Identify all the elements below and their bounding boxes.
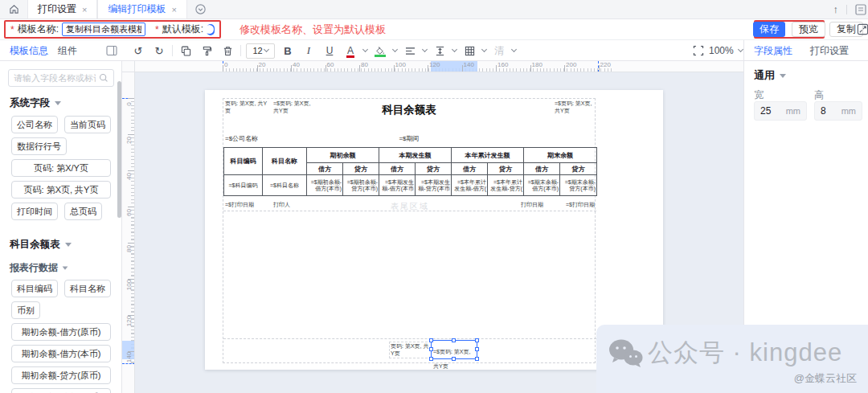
table-subheader-cell[interactable]: 贷方 xyxy=(560,163,597,175)
resize-handle[interactable] xyxy=(475,338,479,342)
report-title[interactable]: 科目余额表 xyxy=(223,103,595,117)
chevron-down-icon[interactable] xyxy=(392,47,398,52)
table-group-header-cell[interactable]: 期末余额 xyxy=(524,148,597,163)
vertical-align-button[interactable] xyxy=(432,43,448,59)
delete-icon[interactable] xyxy=(219,43,235,59)
template-name-input[interactable] xyxy=(62,23,145,36)
tab-edit-print-template[interactable]: 编辑打印模板 × xyxy=(97,0,186,18)
resize-handle[interactable] xyxy=(429,347,433,351)
zoom-level[interactable]: 100% xyxy=(709,45,734,56)
more-panels-icon[interactable] xyxy=(855,4,866,15)
section-account-balance[interactable]: 科目余额表 xyxy=(10,238,72,252)
table-subheader-cell[interactable]: 借方 xyxy=(307,163,343,175)
chevron-down-icon[interactable] xyxy=(422,47,428,52)
font-size-select[interactable]: 12 xyxy=(246,43,275,59)
collapse-left-panel-icon[interactable] xyxy=(106,45,117,56)
header-page-number-field-right[interactable]: =$页码: 第X页, 共Y页 xyxy=(555,100,595,114)
table-data-cell[interactable]: =$科目名称 xyxy=(263,175,307,196)
field-button[interactable]: 期初余额-借方(原币) xyxy=(11,323,111,341)
height-input[interactable]: 8 mm xyxy=(814,101,862,121)
field-button[interactable]: 页码: 第X/Y页 xyxy=(11,159,111,177)
preview-button[interactable]: 预览 xyxy=(792,22,825,37)
chevron-down-icon[interactable] xyxy=(738,47,743,52)
table-subheader-cell[interactable]: 贷方 xyxy=(343,163,379,175)
field-button[interactable]: 科目编码 xyxy=(11,280,58,297)
table-header-cell[interactable]: 科目名称 xyxy=(263,148,307,175)
field-button[interactable]: 公司名称 xyxy=(11,116,58,133)
chevron-down-icon[interactable] xyxy=(481,47,487,52)
field-button[interactable]: 期初余额-借方(本币) xyxy=(11,345,111,362)
align-button[interactable] xyxy=(402,43,418,59)
subsection-report-row-data[interactable]: 报表行数据 xyxy=(10,261,68,275)
template-page[interactable]: 页码: 第X页, 共Y页 =$页码: 第X页, 共Y页 科目余额表 =$页码: … xyxy=(205,90,663,370)
home-icon[interactable] xyxy=(0,0,27,18)
width-input[interactable]: 25 mm xyxy=(754,101,807,121)
table-subheader-cell[interactable]: 借方 xyxy=(452,163,488,175)
table-data-cell[interactable]: =$期初余额-贷方(本币) xyxy=(343,175,379,196)
tab-components[interactable]: 组件 xyxy=(58,44,77,58)
table-group-header-cell[interactable]: 本年累计发生额 xyxy=(452,148,524,163)
close-icon[interactable]: × xyxy=(171,5,176,14)
field-button[interactable]: 打印时间 xyxy=(11,203,58,220)
tab-print-settings[interactable]: 打印设置 × xyxy=(27,0,97,18)
selected-page-number-field[interactable]: =$页码: 第X页, 共Y页 xyxy=(431,340,477,359)
underline-button[interactable]: U xyxy=(321,43,338,59)
tab-template-info[interactable]: 模板信息 xyxy=(10,44,48,58)
resize-handle[interactable] xyxy=(475,347,479,351)
fullscreen-icon[interactable] xyxy=(857,23,868,35)
fill-color-button[interactable] xyxy=(372,43,388,59)
field-button[interactable]: 总页码 xyxy=(64,203,102,220)
section-general[interactable]: 通用 xyxy=(754,68,786,83)
chevron-down-icon[interactable] xyxy=(452,47,457,52)
search-icon[interactable] xyxy=(99,73,108,83)
field-search-input[interactable] xyxy=(14,73,96,83)
italic-button[interactable]: I xyxy=(301,43,317,59)
resize-handle[interactable] xyxy=(429,338,433,342)
table-button[interactable] xyxy=(461,43,477,59)
table-data-cell[interactable]: =$期末余额-借方(本币) xyxy=(524,175,560,196)
close-icon[interactable]: × xyxy=(82,5,87,14)
resize-handle[interactable] xyxy=(452,357,456,361)
table-data-cell[interactable]: =$期初余额-借方(本币) xyxy=(307,175,343,196)
table-subheader-cell[interactable]: 贷方 xyxy=(488,163,524,175)
table-subheader-cell[interactable]: 借方 xyxy=(379,163,416,175)
chevron-down-icon[interactable] xyxy=(362,47,368,52)
undo-icon[interactable]: ↺ xyxy=(130,43,146,59)
field-button[interactable]: 期初余额-贷方(原币) xyxy=(11,366,111,384)
tab-history-icon[interactable] xyxy=(187,0,215,18)
table-data-cell[interactable]: =$本期发生额-借方(本币 xyxy=(379,175,416,196)
resize-handle[interactable] xyxy=(429,357,433,361)
table-group-header-cell[interactable]: 期初余额 xyxy=(307,148,379,163)
period-field[interactable]: =$期间 xyxy=(223,134,595,143)
field-button[interactable]: 数据行行号 xyxy=(11,137,67,155)
field-button[interactable]: 科目名称 xyxy=(64,280,111,297)
table-data-cell[interactable]: =$科目编码 xyxy=(224,175,263,196)
bottom-page-number-label[interactable]: 页码: 第X页, 共Y页 xyxy=(389,342,432,358)
table-subheader-cell[interactable]: 贷方 xyxy=(416,163,452,175)
sidebar-scrollbar[interactable] xyxy=(117,81,121,218)
table-data-cell[interactable]: =$本年累计发生额-贷方( xyxy=(488,175,524,196)
tab-print-setup[interactable]: 打印设置 xyxy=(810,44,849,58)
scroll-top-icon[interactable]: ↑ xyxy=(833,3,839,15)
print-date-field-right[interactable]: =$打印日期 xyxy=(566,202,595,209)
format-painter-icon[interactable] xyxy=(199,43,215,59)
tab-field-properties[interactable]: 字段属性 xyxy=(754,44,792,58)
resize-handle[interactable] xyxy=(452,338,456,342)
print-date-label[interactable]: 打印日期 xyxy=(521,202,543,209)
bold-button[interactable]: B xyxy=(280,43,296,59)
default-template-toggle[interactable] xyxy=(207,24,215,35)
section-system-fields[interactable]: 系统字段 xyxy=(10,96,61,110)
fit-screen-icon[interactable] xyxy=(693,45,704,56)
field-button[interactable]: 币别 xyxy=(11,301,40,319)
table-subheader-cell[interactable]: 借方 xyxy=(524,163,560,175)
field-button[interactable]: 页码: 第X页, 共Y页 xyxy=(11,181,111,199)
copy-icon[interactable] xyxy=(178,43,194,59)
table-data-cell[interactable]: =$本年累计发生额-借方( xyxy=(452,175,488,196)
resize-handle[interactable] xyxy=(475,357,479,361)
table-data-cell[interactable]: =$本期发生额-贷方(本币 xyxy=(416,175,452,196)
table-data-cell[interactable]: =$期末余额-贷方(本币) xyxy=(560,175,597,196)
font-color-button[interactable]: A xyxy=(342,43,358,59)
field-button[interactable]: 期初余额-贷方(本币) xyxy=(11,388,111,393)
table-group-header-cell[interactable]: 本期发生额 xyxy=(379,148,452,163)
table-header-cell[interactable]: 科目编码 xyxy=(224,148,263,175)
